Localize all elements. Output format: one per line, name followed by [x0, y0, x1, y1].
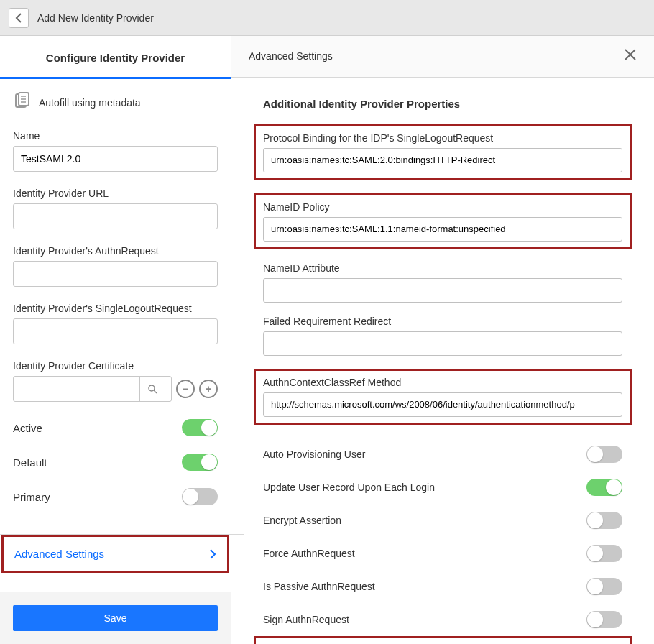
update-user-toggle[interactable] [586, 479, 622, 496]
name-label: Name [13, 130, 218, 142]
svg-line-6 [154, 390, 157, 393]
encrypt-toggle[interactable] [586, 512, 622, 529]
close-button[interactable] [624, 48, 637, 65]
topbar: Add New Identity Provider [0, 0, 654, 36]
failed-redirect-input[interactable] [263, 331, 622, 356]
plus-icon: + [206, 383, 211, 395]
right-panel: Advanced Settings Additional Identity Pr… [231, 36, 654, 644]
svg-point-5 [149, 385, 155, 391]
authnref-label: AuthnContextClassRef Method [263, 377, 622, 388]
primary-toggle[interactable] [182, 488, 218, 505]
authnref-input[interactable] [263, 392, 622, 417]
force-toggle[interactable] [586, 545, 622, 562]
passive-label: Is Passive AuthnRequest [263, 581, 375, 592]
protocol-binding-label: Protocol Binding for the IDP's SingleLog… [263, 132, 622, 144]
back-button[interactable] [9, 8, 29, 28]
section-title: Additional Identity Provider Properties [263, 98, 622, 110]
nameid-policy-input[interactable] [263, 217, 622, 242]
active-label: Active [13, 422, 42, 434]
slo-input[interactable] [13, 318, 218, 344]
encrypt-label: Encrypt Assertion [263, 515, 341, 526]
chevron-left-icon [15, 13, 22, 23]
cert-add-button[interactable]: + [199, 380, 218, 398]
chevron-right-icon [209, 549, 216, 559]
sign-label: Sign AuthnRequest [263, 614, 349, 625]
page-title: Add New Identity Provider [37, 12, 154, 24]
nameid-attr-input[interactable] [263, 278, 622, 303]
advanced-settings-link[interactable]: Advanced Settings [4, 536, 226, 571]
nameid-policy-label: NameID Policy [263, 201, 622, 213]
save-button[interactable]: Save [13, 605, 218, 631]
left-panel-title: Configure Identity Provider [0, 36, 231, 79]
authn-label: Identity Provider's AuthnRequest [13, 245, 218, 257]
passive-toggle[interactable] [586, 578, 622, 595]
autofill-metadata-button[interactable]: Autofill using metadata [13, 92, 218, 113]
name-input[interactable] [13, 146, 218, 172]
right-panel-title: Advanced Settings [249, 50, 333, 62]
cert-picker[interactable] [13, 376, 172, 402]
idp-url-label: Identity Provider URL [13, 188, 218, 199]
minus-icon: − [183, 383, 188, 395]
nameid-attr-label: NameID Attribute [263, 262, 622, 274]
advanced-settings-label: Advanced Settings [14, 548, 104, 560]
auto-prov-label: Auto Provisioning User [263, 448, 365, 460]
slo-label: Identity Provider's SingleLogoutRequest [13, 303, 218, 314]
metadata-icon [13, 92, 32, 113]
primary-label: Primary [13, 491, 50, 503]
sign-toggle[interactable] [586, 611, 622, 628]
active-toggle[interactable] [182, 419, 218, 436]
autofill-label: Autofill using metadata [39, 97, 141, 109]
force-label: Force AuthnRequest [263, 548, 355, 559]
failed-redirect-label: Failed Requirement Redirect [263, 316, 622, 327]
cert-remove-button[interactable]: − [176, 380, 195, 398]
default-toggle[interactable] [182, 454, 218, 471]
update-user-label: Update User Record Upon Each Login [263, 482, 435, 493]
default-label: Default [13, 456, 47, 469]
left-panel: Configure Identity Provider Autofill usi… [0, 36, 231, 644]
auto-prov-toggle[interactable] [586, 446, 622, 463]
close-icon [624, 48, 637, 61]
search-icon [139, 377, 164, 401]
protocol-binding-input[interactable] [263, 148, 622, 172]
cert-label: Identity Provider Certificate [13, 360, 218, 372]
idp-url-input[interactable] [13, 203, 218, 229]
authn-input[interactable] [13, 261, 218, 287]
